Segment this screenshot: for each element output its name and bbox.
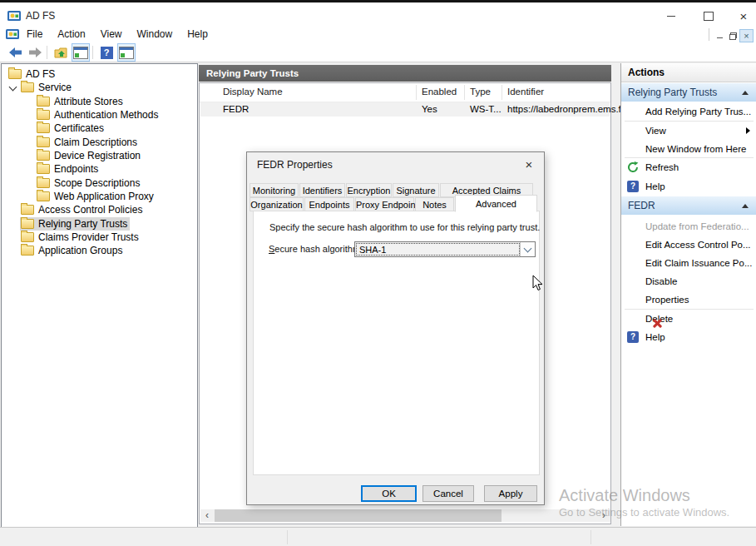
tree-item-application-groups[interactable]: Application Groups [20,244,125,257]
action-new-window-from-here[interactable]: New Window from Here [621,140,756,158]
cell-display-name: FEDR [223,104,249,114]
tree-item-device-registration[interactable]: Device Registration [36,149,143,162]
apply-button[interactable]: Apply [484,485,537,502]
minimize-icon[interactable] [658,5,684,27]
action-update-from-federation: Update from Federatio... [621,217,756,236]
cell-identifier: https://labedronprem.ems.forti [507,104,635,114]
results-pane-title: Relying Party Trusts [199,65,611,82]
toolbar: ? [0,43,756,62]
status-bar [0,527,756,546]
action-edit-access-control-policy[interactable]: Edit Access Control Po... [621,236,756,254]
forward-icon[interactable] [26,43,44,62]
action-help-fedr[interactable]: ? Help [621,328,756,346]
folder-icon [21,232,34,242]
action-help[interactable]: ? Help [621,177,756,196]
tab-endpoints[interactable]: Endpoints [304,197,354,211]
folder-icon [21,82,34,92]
help-icon[interactable]: ? [97,43,116,62]
mdi-minimize-icon[interactable] [713,29,727,42]
window-title: AD FS [26,10,55,22]
tree-item-service[interactable]: Service [20,81,74,94]
mdi-close-icon[interactable]: × [739,29,754,42]
column-divider[interactable] [464,85,465,100]
menu-window[interactable]: Window [130,25,180,43]
actions-section-relying-party-trusts[interactable]: Relying Party Trusts [621,83,756,102]
column-type[interactable]: Type [470,87,491,97]
tree-item-attribute-stores[interactable]: Attribute Stores [36,95,126,108]
tree-item-authentication-methods[interactable]: Authentication Methods [36,108,161,122]
tab-proxy-endpoints[interactable]: Proxy Endpoints [355,197,414,211]
action-delete[interactable]: Delete [621,310,756,328]
console-tree-panel: AD FS Service Attribute Stores Authentic… [1,63,198,528]
folder-icon [21,219,34,229]
tree-item-access-control-policies[interactable]: Access Control Policies [20,203,145,216]
cancel-button[interactable]: Cancel [422,485,474,502]
ok-button[interactable]: OK [361,485,417,502]
collapse-icon[interactable] [742,91,749,95]
close-icon[interactable]: × [730,5,756,27]
tab-encryption[interactable]: Encryption [346,183,392,197]
tab-organization[interactable]: Organization [250,197,304,211]
table-row-fedr[interactable]: FEDR Yes WS-T... https://labedronprem.em… [200,102,610,117]
hash-description: Specify the secure hash algorithm to use… [269,222,540,232]
folder-icon [37,137,50,147]
folder-icon [37,123,50,133]
tab-monitoring[interactable]: Monitoring [250,183,299,197]
column-divider[interactable] [416,85,417,100]
tab-identifiers[interactable]: Identifiers [299,183,345,197]
tree-item-ad-fs[interactable]: AD FS [7,67,57,81]
scroll-left-icon[interactable]: ‹ [200,509,214,522]
tree-item-endpoints[interactable]: Endpoints [36,162,101,176]
toolbar-separator [47,46,47,59]
tab-signature[interactable]: Signature [393,183,439,197]
menu-bar: File Action View Window Help [0,25,756,43]
action-edit-claim-issuance-policy[interactable]: Edit Claim Issuance Po... [621,254,756,272]
column-divider[interactable] [502,85,502,100]
menu-view[interactable]: View [93,25,130,43]
tab-advanced[interactable]: Advanced [455,195,537,212]
horizontal-scrollbar[interactable]: ‹ › [200,509,610,522]
refresh-icon [627,161,639,173]
tree-item-claims-provider-trusts[interactable]: Claims Provider Trusts [20,231,141,244]
folder-icon [37,191,50,201]
cell-enabled: Yes [422,104,437,114]
help-icon: ? [627,181,639,192]
collapse-icon[interactable] [742,204,749,208]
tree-item-relying-party-trusts[interactable]: Relying Party Trusts [20,217,130,231]
advanced-tab-page: Specify the secure hash algorithm to use… [253,211,540,475]
actions-section-fedr[interactable]: FEDR [621,196,756,215]
actions-pane-title: Actions [621,63,756,82]
tree-item-scope-descriptions[interactable]: Scope Descriptions [36,176,142,190]
action-disable[interactable]: Disable [621,272,756,290]
column-enabled[interactable]: Enabled [422,87,457,97]
back-icon[interactable] [6,43,24,62]
menu-help[interactable]: Help [180,25,215,43]
folder-icon [37,110,50,120]
tab-notes[interactable]: Notes [415,197,454,211]
maximize-icon[interactable] [695,5,722,27]
action-properties[interactable]: Properties [621,290,756,309]
chevron-down-icon[interactable] [520,242,535,256]
mdi-restore-icon[interactable] [726,29,740,42]
menu-action[interactable]: Action [50,25,92,43]
scroll-right-icon[interactable]: › [597,509,610,522]
tree-item-certificates[interactable]: Certificates [36,122,106,135]
show-action-pane-icon[interactable] [117,43,136,62]
tree-item-web-application-proxy[interactable]: Web Application Proxy [36,190,156,203]
action-view[interactable]: View [621,122,756,140]
column-identifier[interactable]: Identifier [507,87,544,97]
fedr-properties-dialog: FEDR Properties × Monitoring Identifiers… [246,151,545,505]
dialog-close-icon[interactable]: × [519,156,539,172]
scrollbar-thumb[interactable] [215,509,502,522]
action-add-relying-party-trust[interactable]: Add Relying Party Trus... [621,102,756,121]
chevron-down-icon[interactable] [9,83,17,92]
title-bar: AD FS × [0,2,756,25]
show-console-tree-icon[interactable] [72,43,90,62]
hash-algorithm-select[interactable]: SHA-1 [354,241,536,257]
up-folder-icon[interactable] [52,43,70,62]
tree-item-claim-descriptions[interactable]: Claim Descriptions [36,136,140,149]
action-refresh[interactable]: Refresh [621,158,756,176]
menu-file[interactable]: File [19,25,50,43]
column-display-name[interactable]: Display Name [223,87,283,97]
folder-icon [37,151,50,161]
